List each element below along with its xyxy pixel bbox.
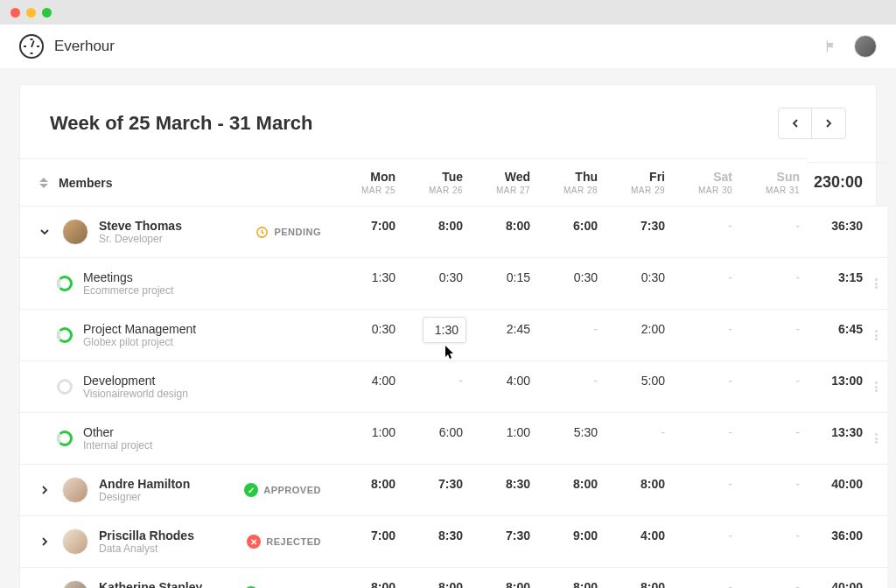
time-cell[interactable]: 8:00 — [402, 206, 470, 257]
time-cell[interactable]: - — [739, 206, 807, 257]
time-cell[interactable]: - — [739, 309, 807, 360]
time-cell[interactable]: 8:00 — [470, 206, 537, 257]
time-cell[interactable]: - — [672, 515, 739, 567]
time-input[interactable]: 1:30 — [423, 317, 466, 343]
expand-icon[interactable] — [38, 483, 52, 497]
task-project: Globex pilot project — [83, 336, 196, 348]
time-cell[interactable]: 4:00 — [335, 360, 402, 412]
time-cell[interactable]: 5:00 — [605, 360, 672, 412]
time-cell[interactable]: 1:30 — [402, 309, 470, 360]
time-cell[interactable]: - — [537, 309, 605, 360]
time-cell[interactable]: - — [739, 464, 807, 515]
time-cell[interactable]: - — [672, 464, 739, 515]
time-cell[interactable]: 8:00 — [537, 567, 605, 588]
time-cell[interactable]: - — [672, 360, 739, 412]
time-cell[interactable]: 4:00 — [605, 515, 672, 567]
time-cell[interactable]: 1:30 — [335, 257, 402, 309]
time-cell[interactable]: 8:00 — [335, 464, 402, 515]
week-title: Week of 25 March - 31 March — [50, 112, 312, 135]
flag-icon[interactable] — [824, 39, 838, 53]
members-header[interactable]: Members — [20, 158, 335, 206]
time-cell[interactable]: 6:00 — [537, 206, 605, 257]
row-total: 40:00 — [807, 567, 887, 588]
time-cell[interactable]: 8:00 — [605, 567, 672, 588]
time-cell[interactable]: 7:30 — [402, 464, 470, 515]
time-cell[interactable]: 7:30 — [470, 515, 537, 567]
time-cell[interactable]: - — [537, 360, 605, 412]
user-avatar[interactable] — [854, 35, 877, 58]
time-cell[interactable]: - — [672, 412, 739, 464]
window-maximize-icon[interactable] — [42, 8, 52, 18]
expand-icon[interactable] — [38, 535, 52, 549]
day-header-0: MonMAR 25 — [335, 158, 402, 206]
time-cell[interactable]: - — [739, 567, 807, 588]
time-cell[interactable]: 0:30 — [605, 257, 672, 309]
prev-week-button[interactable] — [779, 108, 812, 138]
row-total: 13:00 — [807, 360, 887, 412]
time-cell[interactable]: 5:30 — [537, 412, 605, 464]
member-row[interactable]: Andre HamiltonDesigner✓APPROVED — [20, 464, 335, 515]
drag-handle-icon[interactable] — [875, 330, 878, 340]
day-header-3: ThuMAR 28 — [537, 158, 605, 206]
time-cell[interactable]: 1:00 — [470, 412, 537, 464]
time-cell[interactable]: - — [672, 567, 739, 588]
time-cell[interactable]: 8:00 — [335, 567, 402, 588]
time-cell[interactable]: 1:00 — [335, 412, 402, 464]
time-cell[interactable]: - — [605, 412, 672, 464]
time-cell[interactable]: 6:00 — [402, 412, 470, 464]
time-cell[interactable]: 8:00 — [605, 464, 672, 515]
time-cell[interactable]: 8:30 — [402, 515, 470, 567]
time-cell[interactable]: - — [739, 412, 807, 464]
time-cell[interactable]: - — [672, 257, 739, 309]
window-close-icon[interactable] — [10, 8, 20, 18]
row-total: 6:45 — [807, 309, 887, 360]
check-icon: ✓ — [244, 483, 258, 497]
status-badge: ✓APPROVED — [244, 483, 328, 497]
drag-handle-icon[interactable] — [875, 382, 878, 392]
time-cell[interactable]: 0:15 — [470, 257, 537, 309]
time-cell[interactable]: - — [672, 309, 739, 360]
time-cell[interactable]: - — [739, 360, 807, 412]
time-cell[interactable]: 2:00 — [605, 309, 672, 360]
task-row[interactable]: MeetingsEcommerce project — [20, 257, 335, 309]
drag-handle-icon[interactable] — [875, 433, 878, 444]
member-row[interactable]: Katherine StanleyQA✓APPROVED — [20, 567, 335, 588]
avatar — [62, 580, 88, 588]
next-week-button[interactable] — [812, 108, 845, 138]
member-role: Sr. Developer — [99, 233, 182, 245]
member-row[interactable]: Priscilla RhodesData Analyst✕REJECTED — [20, 515, 335, 567]
time-cell[interactable]: 7:30 — [605, 206, 672, 257]
task-project: Internal project — [83, 439, 152, 452]
time-cell[interactable]: 9:00 — [537, 515, 605, 567]
drag-handle-icon[interactable] — [875, 278, 878, 289]
window-minimize-icon[interactable] — [26, 8, 36, 18]
task-row[interactable]: Project ManagementGlobex pilot project — [20, 309, 335, 360]
time-cell[interactable]: 2:45 — [470, 309, 537, 360]
time-cell[interactable]: 8:00 — [402, 567, 470, 588]
time-cell[interactable]: - — [739, 515, 807, 567]
day-header-2: WedMAR 27 — [470, 158, 537, 206]
brand[interactable]: Everhour — [19, 34, 115, 59]
time-cell[interactable]: 4:00 — [470, 360, 537, 412]
time-cell[interactable]: - — [402, 360, 470, 412]
stopwatch-icon — [19, 34, 44, 59]
task-name: Other — [83, 425, 152, 439]
time-cell[interactable]: 7:00 — [335, 206, 402, 257]
task-row[interactable]: DevelopmentVisionaireworld design — [20, 360, 335, 412]
time-cell[interactable]: 0:30 — [335, 309, 402, 360]
sort-icon[interactable] — [39, 177, 50, 189]
time-cell[interactable]: 8:30 — [470, 464, 537, 515]
day-header-1: TueMAR 26 — [402, 158, 470, 206]
cursor-icon — [445, 346, 456, 360]
collapse-icon[interactable] — [38, 225, 52, 239]
time-cell[interactable]: 8:00 — [537, 464, 605, 515]
time-cell[interactable]: 8:00 — [470, 567, 537, 588]
time-cell[interactable]: 0:30 — [402, 257, 470, 309]
member-row[interactable]: Steve ThomasSr. DeveloperPENDING — [20, 206, 335, 257]
task-row[interactable]: OtherInternal project — [20, 412, 335, 464]
timesheet-card: Week of 25 March - 31 March MembersMonMA… — [19, 84, 877, 588]
time-cell[interactable]: 0:30 — [537, 257, 605, 309]
time-cell[interactable]: - — [739, 257, 807, 309]
time-cell[interactable]: - — [672, 206, 739, 257]
time-cell[interactable]: 7:00 — [335, 515, 402, 567]
